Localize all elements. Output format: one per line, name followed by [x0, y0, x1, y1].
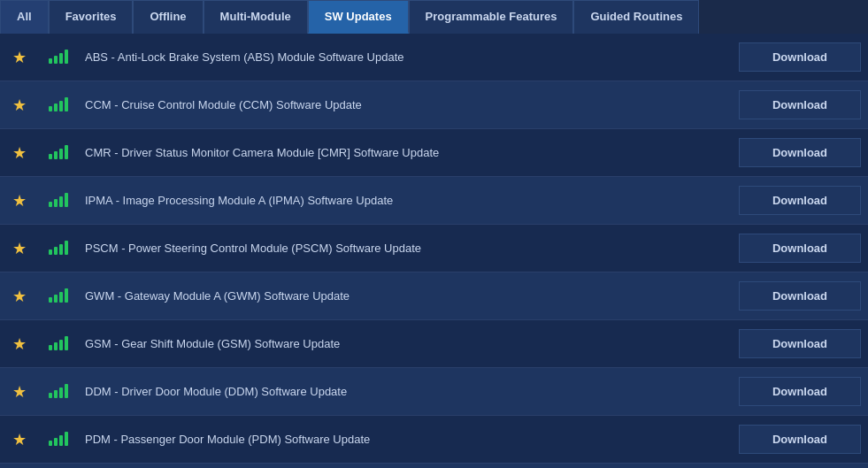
- download-cell: Download: [732, 272, 868, 320]
- signal-cell: [39, 34, 78, 81]
- table-row: ★GSM - Gear Shift Module (GSM) Software …: [0, 320, 868, 368]
- star-cell: ★: [0, 34, 39, 81]
- signal-cell: [39, 129, 78, 177]
- table-row: ★PSCM - Power Steering Control Module (P…: [0, 225, 868, 272]
- download-cell: Download: [732, 416, 868, 464]
- download-cell: Download: [732, 225, 868, 272]
- star-cell: ★: [0, 272, 39, 320]
- table-row: ★GWM - Gateway Module A (GWM) Software U…: [0, 272, 868, 320]
- download-button[interactable]: Download: [739, 234, 861, 263]
- signal-cell: [39, 81, 78, 129]
- star-cell: ★: [0, 129, 39, 177]
- star-cell: ★: [0, 177, 39, 225]
- download-cell: Download: [732, 34, 868, 81]
- star-icon[interactable]: ★: [12, 49, 27, 66]
- download-button[interactable]: Download: [739, 281, 861, 311]
- table-row: ★IPMA - Image Processing Module A (IPMA)…: [0, 177, 868, 225]
- row-name: GSM - Gear Shift Module (GSM) Software U…: [78, 320, 732, 368]
- signal-icon: [49, 430, 68, 446]
- signal-icon: [49, 239, 68, 255]
- tab-multi-module[interactable]: Multi-Module: [204, 0, 308, 34]
- row-name: CCM - Cruise Control Module (CCM) Softwa…: [78, 81, 732, 129]
- download-cell: Download: [732, 368, 868, 416]
- signal-icon: [49, 48, 68, 64]
- star-icon[interactable]: ★: [12, 96, 27, 114]
- signal-icon: [49, 334, 68, 350]
- tab-programmable-features[interactable]: Programmable Features: [409, 0, 574, 34]
- tab-guided-routines[interactable]: Guided Routines: [573, 0, 699, 34]
- star-cell: ★: [0, 320, 39, 368]
- download-button[interactable]: Download: [739, 138, 861, 167]
- row-name: PSCM - Power Steering Control Module (PS…: [78, 225, 732, 272]
- download-cell: Download: [732, 129, 868, 177]
- tab-all[interactable]: All: [0, 0, 49, 34]
- signal-cell: [39, 225, 78, 272]
- download-button[interactable]: Download: [739, 425, 861, 454]
- star-icon[interactable]: ★: [12, 335, 27, 353]
- table-row: ★PDM - Passenger Door Module (PDM) Softw…: [0, 416, 868, 464]
- signal-cell: [39, 416, 78, 464]
- signal-icon: [49, 382, 68, 398]
- tab-offline[interactable]: Offline: [133, 0, 203, 34]
- star-icon[interactable]: ★: [12, 431, 27, 449]
- star-cell: ★: [0, 81, 39, 129]
- row-name: IPMA - Image Processing Module A (IPMA) …: [78, 177, 732, 225]
- row-name: ABS - Anti-Lock Brake System (ABS) Modul…: [78, 34, 732, 81]
- download-button[interactable]: Download: [739, 329, 861, 358]
- download-cell: Download: [732, 81, 868, 129]
- download-button[interactable]: Download: [739, 186, 861, 215]
- signal-icon: [49, 191, 68, 207]
- signal-cell: [39, 177, 78, 225]
- signal-cell: [39, 272, 78, 320]
- download-button[interactable]: Download: [739, 377, 861, 406]
- download-cell: Download: [732, 177, 868, 225]
- signal-cell: [39, 464, 78, 469]
- download-button[interactable]: Download: [739, 42, 861, 72]
- row-name: GWM - Gateway Module A (GWM) Software Up…: [78, 272, 732, 320]
- signal-icon: [49, 287, 68, 303]
- star-cell: ★: [0, 225, 39, 272]
- table-row: ★ABS - Anti-Lock Brake System (ABS) Modu…: [0, 34, 868, 81]
- table-row: ★IPC - Instrument Panel Cluster (IPC) So…: [0, 464, 868, 469]
- star-icon[interactable]: ★: [12, 144, 27, 162]
- signal-cell: [39, 320, 78, 368]
- row-name: DDM - Driver Door Module (DDM) Software …: [78, 368, 732, 416]
- star-cell: ★: [0, 416, 39, 464]
- star-cell: ★: [0, 464, 39, 469]
- signal-icon: [49, 143, 68, 159]
- table-row: ★DDM - Driver Door Module (DDM) Software…: [0, 368, 868, 416]
- star-icon[interactable]: ★: [12, 240, 27, 257]
- star-icon[interactable]: ★: [12, 288, 27, 305]
- signal-icon: [49, 96, 68, 111]
- table-row: ★CCM - Cruise Control Module (CCM) Softw…: [0, 81, 868, 129]
- signal-cell: [39, 368, 78, 416]
- tab-sw-updates[interactable]: SW Updates: [308, 0, 409, 34]
- star-icon[interactable]: ★: [12, 192, 27, 210]
- tab-favorites[interactable]: Favorites: [49, 0, 134, 34]
- download-cell: Download: [732, 320, 868, 368]
- row-name: CMR - Driver Status Monitor Camera Modul…: [78, 129, 732, 177]
- table-row: ★CMR - Driver Status Monitor Camera Modu…: [0, 129, 868, 177]
- download-button[interactable]: Download: [739, 90, 861, 119]
- star-cell: ★: [0, 368, 39, 416]
- row-name: IPC - Instrument Panel Cluster (IPC) Sof…: [78, 464, 732, 469]
- row-name: PDM - Passenger Door Module (PDM) Softwa…: [78, 416, 732, 464]
- star-icon[interactable]: ★: [12, 383, 27, 401]
- tab-bar: AllFavoritesOfflineMulti-ModuleSW Update…: [0, 0, 868, 34]
- download-cell: Download: [732, 464, 868, 469]
- content-table: ★ABS - Anti-Lock Brake System (ABS) Modu…: [0, 34, 868, 468]
